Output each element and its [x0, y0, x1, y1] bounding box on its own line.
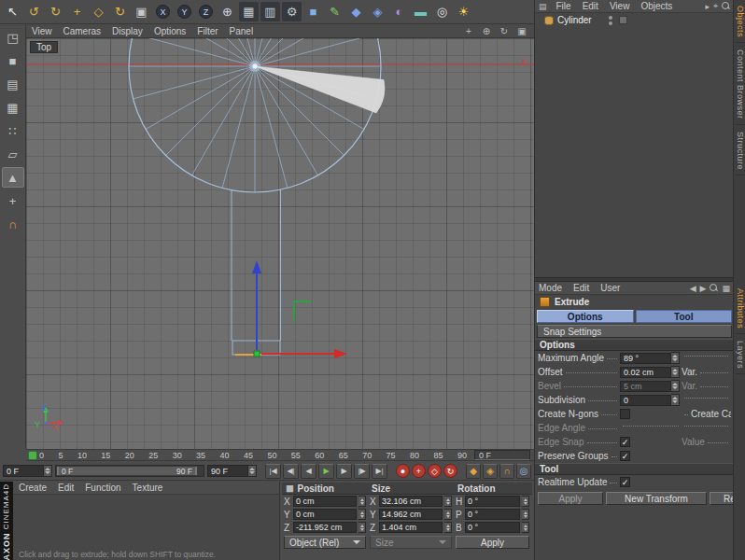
- texture-mode-icon[interactable]: ▤: [2, 74, 24, 94]
- snap-time-button[interactable]: ∩: [499, 464, 514, 479]
- target-icon[interactable]: ⌖: [713, 1, 718, 11]
- zoom-view-icon[interactable]: ⊕: [480, 25, 493, 37]
- last-tool-icon[interactable]: ▣: [132, 2, 151, 21]
- offset-field[interactable]: 0.02 cm: [620, 367, 671, 378]
- view-label[interactable]: Top: [30, 41, 58, 53]
- selected-polygon-wedge[interactable]: [255, 66, 385, 113]
- current-frame-stepper[interactable]: [44, 465, 52, 477]
- forward-icon[interactable]: ▶: [700, 284, 707, 293]
- scroll-right-icon[interactable]: ▸: [705, 2, 710, 11]
- rotation-h-field[interactable]: 0 °: [465, 496, 520, 507]
- viewport-menu-item[interactable]: View: [32, 26, 52, 36]
- add-spline-icon[interactable]: ✎: [325, 2, 344, 21]
- side-tab[interactable]: Objects: [736, 1, 745, 43]
- tag-icon[interactable]: [619, 16, 627, 24]
- realtime-update-checkbox[interactable]: ✓: [620, 477, 630, 487]
- attributes-menu-item[interactable]: Edit: [573, 283, 589, 293]
- viewport-menu-item[interactable]: Filter: [197, 26, 218, 36]
- next-frame-button[interactable]: ▶: [336, 464, 352, 479]
- object-label[interactable]: Cylinder: [557, 15, 592, 25]
- record-rotation-button[interactable]: ↻: [443, 464, 457, 478]
- tool-section-header[interactable]: Tool: [535, 463, 734, 475]
- size-y-field[interactable]: 14.962 cm: [379, 509, 443, 520]
- attributes-tab[interactable]: Tool: [636, 310, 733, 323]
- timeline-playhead[interactable]: [28, 451, 37, 460]
- create-ngons-checkbox[interactable]: [620, 409, 630, 419]
- position-x-field[interactable]: 0 cm: [293, 496, 357, 507]
- side-tab[interactable]: Layers: [736, 336, 745, 374]
- bevel-stepper[interactable]: [671, 380, 680, 392]
- toggle-view-icon[interactable]: ▣: [515, 25, 528, 37]
- rotation-b-stepper[interactable]: [522, 522, 529, 533]
- add-light-icon[interactable]: ☀: [454, 2, 473, 21]
- frame-range-inner[interactable]: 0 F 90 F: [57, 467, 197, 475]
- axis-handle-x-arrowhead[interactable]: [334, 349, 347, 358]
- rotate-view-icon[interactable]: ↻: [498, 25, 511, 37]
- side-tab[interactable]: Content Browser: [736, 45, 745, 125]
- edges-mode-icon[interactable]: ▱: [2, 144, 24, 164]
- materials-menu-item[interactable]: Edit: [58, 483, 74, 493]
- rotation-h-stepper[interactable]: [522, 496, 529, 507]
- goto-end-button[interactable]: ▶|: [372, 464, 387, 479]
- size-x-field[interactable]: 32.106 cm: [379, 496, 443, 507]
- lock-y-axis-icon[interactable]: Y: [175, 2, 194, 21]
- side-tab[interactable]: Structure: [736, 127, 745, 175]
- end-frame-stepper[interactable]: [248, 465, 257, 477]
- rotation-p-field[interactable]: 0 °: [465, 509, 520, 520]
- workplane-mode-icon[interactable]: ▦: [2, 97, 24, 118]
- mode-dropdown[interactable]: Object (Rel): [284, 536, 366, 549]
- model-mode-icon[interactable]: ■: [2, 50, 24, 71]
- add-modeling-icon[interactable]: ◈: [368, 2, 387, 21]
- object-tree-row-cylinder[interactable]: Cylinder: [535, 13, 734, 27]
- subdivision-stepper[interactable]: [671, 394, 680, 406]
- polygons-mode-icon[interactable]: ▲: [2, 167, 24, 188]
- previous-frame-button[interactable]: ◀: [301, 464, 316, 479]
- origin-handle[interactable]: [254, 351, 260, 357]
- position-y-field[interactable]: 0 cm: [293, 509, 357, 520]
- size-x-stepper[interactable]: [444, 496, 452, 507]
- lock-x-axis-icon[interactable]: X: [153, 2, 173, 21]
- apply-tool-button[interactable]: Apply: [538, 492, 603, 505]
- current-frame-field[interactable]: 0 F: [3, 465, 44, 477]
- objects-menu-item[interactable]: Edit: [583, 1, 598, 11]
- attributes-menu-item[interactable]: Mode: [539, 283, 562, 293]
- rotation-p-stepper[interactable]: [522, 509, 529, 520]
- size-dropdown[interactable]: Size: [370, 536, 452, 549]
- coordinate-system-icon[interactable]: ⊕: [218, 2, 237, 21]
- scale-tool-icon[interactable]: ◇: [89, 2, 108, 21]
- viewport-menu-item[interactable]: Cameras: [63, 26, 102, 36]
- position-z-field[interactable]: -211.952 cm: [293, 522, 357, 533]
- record-keyframe-button[interactable]: ●: [396, 464, 410, 478]
- axis-mode-icon[interactable]: +: [2, 190, 24, 211]
- add-primitive-icon[interactable]: ■: [303, 2, 323, 21]
- materials-menu-item[interactable]: Create: [19, 483, 47, 493]
- size-z-field[interactable]: 1.404 cm: [379, 522, 443, 533]
- objects-menu-item[interactable]: Objects: [640, 1, 672, 11]
- make-editable-icon[interactable]: ◳: [2, 27, 24, 48]
- record-scale-button[interactable]: ◇: [428, 464, 442, 478]
- render-picture-viewer-icon[interactable]: ▥: [260, 2, 280, 21]
- frame-range-slider[interactable]: 0 F 90 F: [55, 465, 204, 477]
- size-z-stepper[interactable]: [444, 522, 452, 533]
- reset-button[interactable]: Reset: [710, 492, 734, 505]
- redo-icon[interactable]: ↻: [46, 2, 65, 21]
- apply-button[interactable]: Apply: [456, 536, 529, 549]
- options-section-header[interactable]: Options: [535, 339, 734, 351]
- add-environment-icon[interactable]: ◐: [389, 2, 409, 21]
- next-key-button[interactable]: |▶: [354, 464, 370, 479]
- live-selection-icon[interactable]: ↖: [3, 2, 22, 21]
- search-icon[interactable]: [722, 2, 730, 10]
- side-tab[interactable]: Attributes: [736, 284, 745, 334]
- position-z-stepper[interactable]: [358, 522, 366, 533]
- attributes-tab[interactable]: Options: [537, 310, 634, 323]
- config-icon[interactable]: ▦: [722, 284, 730, 293]
- add-scene-icon[interactable]: ▬: [411, 2, 430, 21]
- position-x-stepper[interactable]: [358, 496, 366, 507]
- viewport-menu-item[interactable]: Panel: [230, 26, 254, 36]
- materials-menu-item[interactable]: Function: [85, 483, 120, 493]
- lock-z-axis-icon[interactable]: Z: [196, 2, 216, 21]
- frame-display[interactable]: 0 F: [474, 450, 530, 460]
- previous-key-button[interactable]: ◀|: [283, 464, 299, 479]
- rotate-tool-icon[interactable]: ↻: [110, 2, 130, 21]
- offset-stepper[interactable]: [671, 366, 680, 378]
